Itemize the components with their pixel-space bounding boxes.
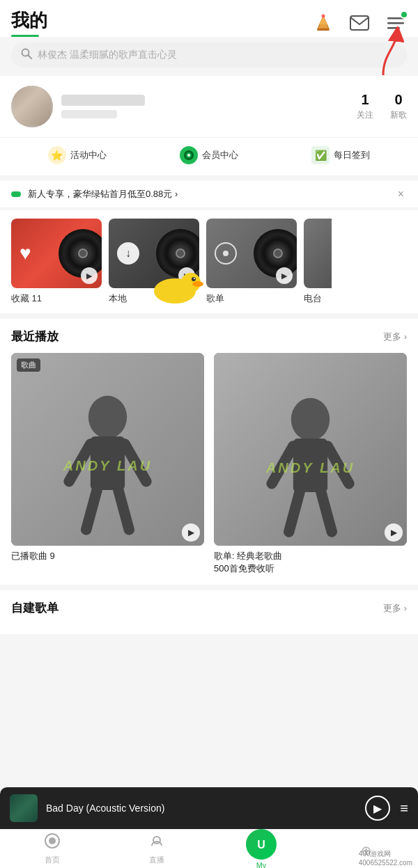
now-playing-controls: ▶ ≡ (365, 796, 408, 821)
self-built-section: 自建歌单 更多 › (0, 590, 418, 634)
svg-rect-7 (387, 27, 400, 29)
checkin-label: 每日签到 (334, 149, 370, 161)
promo-banner: 新人专享，豪华绿钻首月低至0.88元 › × (0, 181, 418, 207)
local-label: 本地 (109, 292, 199, 305)
play-overlay-playlist[interactable]: ▶ (385, 523, 403, 542)
play-badge-collect: ▶ (81, 267, 98, 284)
avatar[interactable] (11, 86, 53, 127)
mail-icon[interactable] (348, 12, 371, 34)
recent-title: 最近播放 (11, 329, 59, 345)
extra-icon: ⊕ (356, 839, 376, 859)
self-built-title: 自建歌单 (11, 600, 59, 616)
nav-extra[interactable]: ⊕ (314, 839, 418, 859)
vinyl-center-playlist (273, 248, 283, 258)
svg-line-10 (29, 56, 32, 59)
recent-label-songs: 已播歌曲 9 (11, 550, 204, 562)
activity-link[interactable]: ⭐ 活动中心 (48, 146, 107, 164)
recent-more-button[interactable]: 更多 › (383, 331, 407, 343)
my-icon: U (246, 829, 277, 860)
my-label: My (256, 861, 267, 869)
recent-row: ANDY LAU 歌曲 ▶ 已播歌曲 9 (11, 353, 407, 575)
live-icon (148, 833, 165, 853)
now-playing-list-button[interactable]: ≡ (400, 800, 408, 816)
profile-name-blurred (61, 95, 145, 106)
self-built-header: 自建歌单 更多 › (11, 600, 407, 616)
home-label: 首页 (45, 855, 60, 865)
new-songs-label: 新歌 (390, 109, 407, 121)
now-playing-album-art (10, 794, 38, 822)
vip-label: 会员中心 (202, 149, 238, 161)
banner-close-button[interactable]: × (395, 188, 407, 200)
playlist-thumb: ▶ (206, 219, 297, 288)
recent-label-playlist: 歌单: 经典老歌曲 500首免费收听 (214, 550, 407, 575)
banner-text: 新人专享，豪华绿钻首月低至0.88元 › (28, 188, 388, 200)
play-badge-local: ▶ (178, 267, 195, 284)
page-title: 我的 (11, 8, 47, 33)
playlist-dot (223, 251, 229, 256)
follow-stat[interactable]: 1 关注 (357, 92, 373, 121)
radio-label: 电台 (304, 292, 332, 305)
radio-thumb (304, 219, 332, 288)
recent-card-songs[interactable]: ANDY LAU 歌曲 ▶ 已播歌曲 9 (11, 353, 204, 575)
menu-settings-icon[interactable] (385, 12, 407, 34)
now-playing-thumb (10, 794, 38, 822)
radio-card[interactable]: 电台 (304, 219, 332, 305)
nav-my[interactable]: U My (209, 829, 314, 869)
svg-text:⊕: ⊕ (361, 844, 371, 858)
profile-stats: 1 关注 0 新歌 (357, 92, 407, 121)
now-playing-bar[interactable]: Bad Day (Acoustic Version) ▶ ≡ (0, 787, 418, 829)
recent-img-playlist: ANDY LAU (214, 353, 407, 546)
header: 我的 (0, 0, 418, 37)
music-cards-section: ♥ ▶ 收藏 11 ↓ ▶ 本地 (0, 210, 418, 313)
collect-label: 收藏 11 (11, 292, 102, 305)
svg-point-13 (187, 154, 190, 157)
header-icons (312, 12, 407, 34)
svg-point-30 (291, 398, 330, 441)
play-overlay-songs[interactable]: ▶ (182, 523, 200, 542)
heart-icon: ♥ (20, 242, 31, 265)
svg-rect-6 (387, 22, 404, 24)
svg-text:ANDY LAU: ANDY LAU (265, 460, 355, 475)
banner-indicator (11, 191, 21, 197)
svg-point-38 (49, 837, 56, 844)
local-card[interactable]: ↓ ▶ 本地 (109, 219, 199, 305)
new-songs-count: 0 (394, 92, 402, 108)
svg-rect-4 (350, 16, 369, 30)
checkin-icon: ✅ (311, 146, 330, 164)
recent-thumb-songs: ANDY LAU 歌曲 ▶ (11, 353, 204, 546)
svg-text:U: U (257, 839, 265, 851)
now-playing-play-button[interactable]: ▶ (365, 796, 390, 821)
title-underline (11, 35, 39, 37)
new-songs-stat[interactable]: 0 新歌 (390, 92, 407, 121)
svg-text:ANDY LAU: ANDY LAU (63, 458, 153, 473)
vip-icon (180, 146, 198, 164)
self-built-more-button[interactable]: 更多 › (383, 602, 407, 615)
nav-home[interactable]: 首页 (0, 833, 104, 865)
download-icon: ↓ (117, 242, 139, 265)
recent-section: 最近播放 更多 › (0, 319, 418, 585)
profile-id-blurred (61, 110, 117, 118)
bottom-nav: 首页 直播 U My ⊕ 400游戏网 4006525522.com (0, 829, 418, 868)
collect-thumb: ♥ ▶ (11, 219, 102, 288)
vip-link[interactable]: 会员中心 (180, 146, 238, 164)
play-badge-playlist: ▶ (276, 267, 293, 284)
follow-count: 1 (361, 92, 369, 108)
recent-card-playlist[interactable]: ANDY LAU ▶ 歌单: 经典老歌曲 500首免费收听 (214, 353, 407, 575)
search-bar[interactable]: 林俊杰 温柔细腻的歌声直击心灵 (11, 42, 407, 68)
recent-thumb-playlist: ANDY LAU ▶ (214, 353, 407, 546)
home-icon (44, 833, 61, 853)
search-placeholder: 林俊杰 温柔细腻的歌声直击心灵 (38, 49, 177, 61)
profile-left (11, 86, 145, 127)
playlist-card[interactable]: ▶ 歌单 (206, 219, 297, 305)
svg-rect-2 (317, 29, 330, 31)
vinyl-center-local (176, 248, 185, 258)
recent-img-songs: ANDY LAU (11, 353, 204, 546)
checkin-link[interactable]: ✅ 每日签到 (311, 146, 370, 164)
play-icon: ▶ (373, 802, 382, 815)
activity-label: 活动中心 (70, 149, 107, 161)
gift-icon[interactable] (312, 12, 334, 34)
music-cards-row: ♥ ▶ 收藏 11 ↓ ▶ 本地 (11, 219, 407, 305)
now-playing-title: Bad Day (Acoustic Version) (46, 803, 164, 814)
nav-live[interactable]: 直播 (104, 833, 209, 865)
collect-card[interactable]: ♥ ▶ 收藏 11 (11, 219, 102, 305)
